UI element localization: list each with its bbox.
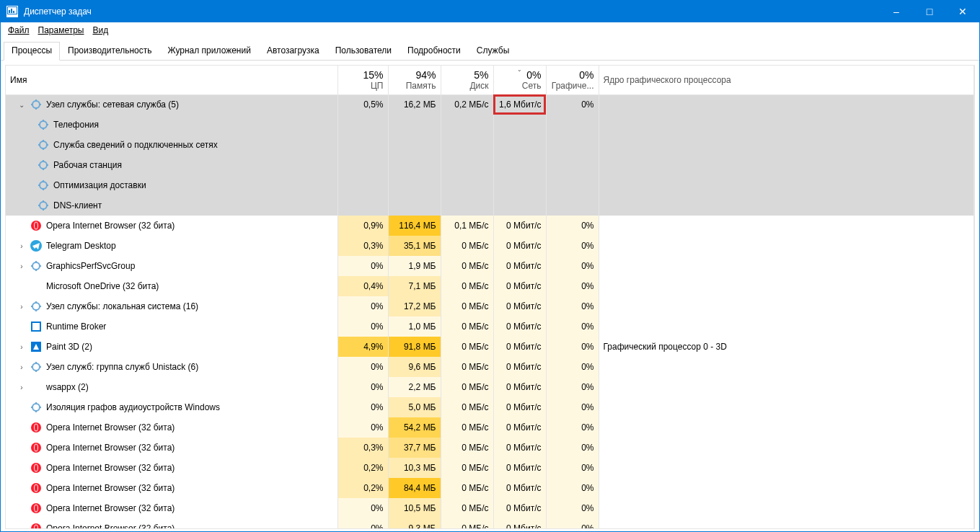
process-table-wrap[interactable]: Имя 15%ЦП 94%Память 5%Диск ⌄0%Сеть 0%Гра… <box>5 65 975 529</box>
memory-cell: 10,5 МБ <box>388 498 441 518</box>
table-row[interactable]: Оптимизация доставки <box>6 175 974 195</box>
network-cell: 0 Мбит/с <box>493 216 546 236</box>
menu-view[interactable]: Вид <box>89 24 111 37</box>
process-name-cell[interactable]: Microsoft OneDrive (32 бита) <box>6 276 337 296</box>
col-network[interactable]: ⌄0%Сеть <box>493 66 546 94</box>
memory-cell: 16,2 МБ <box>388 94 441 115</box>
col-memory[interactable]: 94%Память <box>388 66 441 94</box>
table-row[interactable]: ›Узел службы: локальная система (16)0%17… <box>6 296 974 316</box>
chevron-right-icon[interactable]: › <box>17 262 26 270</box>
process-name-cell[interactable]: Opera Internet Browser (32 бита) <box>6 518 337 529</box>
table-row[interactable]: Opera Internet Browser (32 бита)0,2%84,4… <box>6 478 974 498</box>
gpu-engine-cell <box>599 417 974 438</box>
table-row[interactable]: Изоляция графов аудиоустройств Windows0%… <box>6 397 974 417</box>
col-gpu-engine[interactable]: Ядро графического процессора <box>599 66 974 94</box>
process-name-cell[interactable]: Opera Internet Browser (32 бита) <box>6 498 337 518</box>
process-name-cell[interactable]: ⌄Узел службы: сетевая служба (5) <box>6 94 337 115</box>
process-name: Opera Internet Browser (32 бита) <box>46 523 175 529</box>
process-name-cell[interactable]: Opera Internet Browser (32 бита) <box>6 216 337 236</box>
process-name-cell[interactable]: DNS-клиент <box>6 195 337 216</box>
table-row[interactable]: Рабочая станция <box>6 155 974 175</box>
gpu-engine-cell: Графический процессор 0 - 3D <box>599 337 974 357</box>
memory-cell: 91,8 МБ <box>388 337 441 357</box>
opera-icon <box>30 220 42 231</box>
table-row[interactable]: Runtime Broker0%1,0 МБ0 МБ/с0 Мбит/с0% <box>6 316 974 337</box>
table-row[interactable]: Microsoft OneDrive (32 бита)0,4%7,1 МБ0 … <box>6 276 974 296</box>
menu-options[interactable]: Параметры <box>35 24 87 37</box>
gpu-engine-cell <box>599 518 974 529</box>
tab-startup[interactable]: Автозагрузка <box>259 42 327 61</box>
cpu-cell: 0% <box>337 316 388 337</box>
table-row[interactable]: Opera Internet Browser (32 бита)0%54,2 М… <box>6 417 974 438</box>
chevron-right-icon[interactable]: › <box>17 343 26 351</box>
tab-performance[interactable]: Производительность <box>60 42 159 61</box>
network-cell: 0 Мбит/с <box>493 478 546 498</box>
process-name-cell[interactable]: Runtime Broker <box>6 316 337 337</box>
table-row[interactable]: Opera Internet Browser (32 бита)0,3%37,7… <box>6 438 974 458</box>
process-name-cell[interactable]: Opera Internet Browser (32 бита) <box>6 438 337 458</box>
svg-point-10 <box>40 121 47 128</box>
tab-services[interactable]: Службы <box>469 42 517 61</box>
table-row[interactable]: ⌄Узел службы: сетевая служба (5)0,5%16,2… <box>6 94 974 115</box>
window-controls: – □ ✕ <box>880 1 979 22</box>
col-gpu[interactable]: 0%Графиче... <box>546 66 599 94</box>
table-row[interactable]: ›Telegram Desktop0,3%35,1 МБ0 МБ/с0 Мбит… <box>6 236 974 256</box>
table-row[interactable]: Телефония <box>6 115 974 135</box>
disk-cell: 0 МБ/с <box>441 397 493 417</box>
titlebar: Диспетчер задач – □ ✕ <box>1 1 979 22</box>
col-disk[interactable]: 5%Диск <box>441 66 493 94</box>
chevron-down-icon[interactable]: ⌄ <box>17 101 26 109</box>
process-name-cell[interactable]: Оптимизация доставки <box>6 175 337 195</box>
table-row[interactable]: ›GraphicsPerfSvcGroup0%1,9 МБ0 МБ/с0 Мби… <box>6 256 974 276</box>
table-row[interactable]: DNS-клиент <box>6 195 974 216</box>
network-cell: 0 Мбит/с <box>493 256 546 276</box>
minimize-button[interactable]: – <box>880 1 913 22</box>
table-row[interactable]: ›Узел служб: группа служб Unistack (6)0%… <box>6 357 974 377</box>
table-row[interactable]: ›wsappx (2)0%2,2 МБ0 МБ/с0 Мбит/с0% <box>6 377 974 397</box>
maximize-button[interactable]: □ <box>913 1 946 22</box>
process-name-cell[interactable]: ›wsappx (2) <box>6 377 337 397</box>
process-name-cell[interactable]: ›Узел служб: группа служб Unistack (6) <box>6 357 337 377</box>
svg-point-5 <box>32 101 40 108</box>
process-name-cell[interactable]: ›Telegram Desktop <box>6 236 337 256</box>
process-name-cell[interactable]: Opera Internet Browser (32 бита) <box>6 458 337 478</box>
table-row[interactable]: Opera Internet Browser (32 бита)0%10,5 М… <box>6 498 974 518</box>
memory-cell: 7,1 МБ <box>388 276 441 296</box>
service-icon <box>30 260 42 272</box>
process-name-cell[interactable]: Изоляция графов аудиоустройств Windows <box>6 397 337 417</box>
process-name-cell[interactable]: Opera Internet Browser (32 бита) <box>6 478 337 498</box>
gpu-engine-cell <box>599 256 974 276</box>
svg-rect-12 <box>43 128 44 130</box>
menu-file[interactable]: Файл <box>5 24 32 37</box>
process-name-cell[interactable]: ›Узел службы: локальная система (16) <box>6 296 337 316</box>
table-row[interactable]: Opera Internet Browser (32 бита)0%9,3 МБ… <box>6 518 974 529</box>
gpu-engine-cell <box>599 478 974 498</box>
process-name-cell[interactable]: ›GraphicsPerfSvcGroup <box>6 256 337 276</box>
gpu-engine-cell <box>599 498 974 518</box>
tab-details[interactable]: Подробности <box>399 42 469 61</box>
tab-users[interactable]: Пользователи <box>327 42 399 61</box>
process-name-cell[interactable]: Opera Internet Browser (32 бита) <box>6 417 337 438</box>
table-row[interactable]: Opera Internet Browser (32 бита)0,2%10,3… <box>6 458 974 478</box>
col-cpu[interactable]: 15%ЦП <box>337 66 388 94</box>
process-name-cell[interactable]: ›Paint 3D (2) <box>6 337 337 357</box>
col-name[interactable]: Имя <box>6 66 337 94</box>
chevron-right-icon[interactable]: › <box>17 363 26 371</box>
table-row[interactable]: Opera Internet Browser (32 бита)0,9%116,… <box>6 216 974 236</box>
disk-cell: 0 МБ/с <box>441 337 493 357</box>
process-name-cell[interactable]: Рабочая станция <box>6 155 337 175</box>
chevron-right-icon[interactable]: › <box>17 384 26 391</box>
table-row[interactable]: ›Paint 3D (2)4,9%91,8 МБ0 МБ/с0 Мбит/с0%… <box>6 337 974 357</box>
chevron-right-icon[interactable]: › <box>17 242 26 250</box>
svg-rect-60 <box>31 407 33 408</box>
chevron-right-icon[interactable]: › <box>17 303 26 311</box>
svg-rect-48 <box>39 306 41 307</box>
memory-cell: 17,2 МБ <box>388 296 441 316</box>
tab-app-history[interactable]: Журнал приложений <box>160 42 259 61</box>
process-name-cell[interactable]: Телефония <box>6 115 337 135</box>
process-name-cell[interactable]: Служба сведений о подключенных сетях <box>6 135 337 155</box>
table-row[interactable]: Служба сведений о подключенных сетях <box>6 135 974 155</box>
close-button[interactable]: ✕ <box>946 1 979 22</box>
process-name: Изоляция графов аудиоустройств Windows <box>46 402 220 412</box>
tab-processes[interactable]: Процессы <box>4 42 60 61</box>
